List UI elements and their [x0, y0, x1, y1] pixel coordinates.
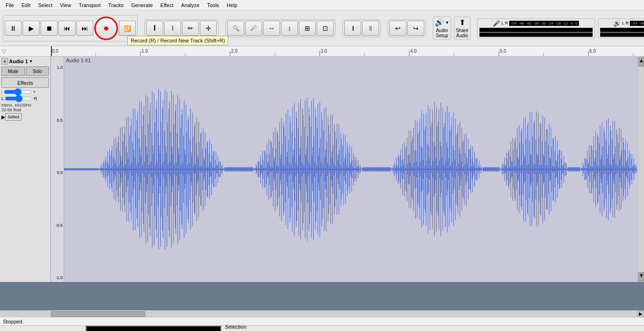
menu-file[interactable]: File [2, 1, 18, 9]
mute-button[interactable]: Mute [1, 66, 25, 76]
zoom-out-icon: 🔎 [250, 25, 257, 31]
menu-analyze[interactable]: Analyze [177, 1, 203, 9]
playback-lr-labels: L R [622, 21, 629, 25]
speaker-icon2: 🔊 [613, 20, 621, 27]
ruler-left-padding: ▽ [0, 46, 51, 56]
effects-button[interactable]: Effects [1, 77, 49, 88]
y-label-0: 0.0 [51, 170, 63, 175]
timeline-ruler: ▽ 0.0 1.0 2.0 3.0 4.0 5.0 6.0 [0, 46, 644, 57]
menu-transport[interactable]: Transport [75, 1, 105, 9]
zoom-sel-button[interactable]: ⊞ [299, 21, 316, 36]
menu-tools[interactable]: Tools [203, 1, 223, 9]
play-button[interactable] [23, 21, 40, 36]
y-label-n05: -0.5 [51, 223, 63, 228]
track-mute-solo-row: Mute Solo [1, 66, 49, 76]
audio-setup-button[interactable]: Audio Setup [435, 28, 449, 38]
zoom-toggle-button[interactable]: ⊡ [317, 21, 334, 36]
multi-tool-button[interactable]: ✛ [200, 21, 217, 36]
loop-button[interactable] [119, 21, 136, 36]
select-tool-button[interactable]: I [146, 21, 163, 36]
track-info-line2: 32-bit float [1, 108, 49, 112]
hscroll-right-button[interactable]: ▶ [637, 311, 644, 317]
menu-effect[interactable]: Effect [157, 1, 177, 9]
trim-button[interactable]: || [362, 21, 379, 36]
skip-start-button[interactable] [58, 21, 75, 36]
track-name-label: Audio 1 [9, 58, 28, 64]
gain-plus-label: + [33, 90, 35, 94]
ruler-marks-area: 0.0 1.0 2.0 3.0 4.0 5.0 6.0 [51, 46, 644, 56]
pan-slider[interactable] [5, 96, 33, 101]
gain-slider[interactable] [4, 89, 32, 95]
pan-row: L R [1, 96, 49, 101]
horizontal-scrollbar[interactable]: ▶ [0, 310, 644, 317]
zoom-sel-icon: ⊞ [305, 25, 310, 32]
stop-button[interactable] [41, 21, 58, 36]
menu-tracks[interactable]: Tracks [105, 1, 128, 9]
zoom-in-button[interactable]: 🔍 [227, 21, 244, 36]
envelope-tool-icon: ⌇ [171, 25, 174, 32]
silence-button[interactable]: ||| [344, 21, 361, 36]
menu-view[interactable]: View [56, 1, 75, 9]
tracks-area: × Audio 1 ▼ Mute Solo Effects - + L R Mo… [0, 57, 644, 282]
multi-tool-icon: ✛ [206, 25, 211, 32]
solo-button[interactable]: Solo [26, 66, 50, 76]
silence-icon: ||| [352, 25, 353, 31]
scroll-up-button[interactable]: ▲ [638, 57, 644, 66]
skip-end-button[interactable] [76, 21, 93, 36]
track-select-button[interactable]: Select [5, 113, 22, 121]
envelope-tool-button[interactable]: ⌇ [164, 21, 181, 36]
redo-button[interactable]: ↪ [407, 21, 424, 36]
loop-icon [124, 25, 131, 32]
record-button[interactable]: ● [94, 17, 118, 40]
record-icon: ● [103, 23, 109, 33]
menu-help[interactable]: Help [223, 1, 241, 9]
trim-icon: || [369, 25, 372, 31]
audio-setup-dropdown-icon: ▼ [445, 20, 449, 25]
main-time-display: 00 h 00 m 00 s [86, 326, 221, 331]
record-lr-labels: L R [502, 21, 508, 25]
zoom-group: 🔍 🔎 ↔ ↕ ⊞ ⊡ [225, 19, 336, 37]
track-info: Mono, 44100Hz 32-bit float [1, 103, 49, 112]
fit-v-icon: ↕ [288, 25, 291, 32]
menubar: File Edit Select View Transport Tracks G… [0, 0, 644, 10]
fit-horizontal-button[interactable]: ↔ [263, 21, 280, 36]
fit-vertical-button[interactable]: ↕ [281, 21, 298, 36]
playback-meter-header: 🔊 L R -54-48-42-36-30-24-18-12-60 [613, 20, 644, 27]
audio-setup-row: 🔊 ▼ [435, 18, 449, 27]
zoom-out-button[interactable]: 🔎 [245, 21, 262, 36]
track-select-row: ▶ Select [1, 113, 49, 121]
hscroll-track[interactable] [51, 311, 637, 317]
vertical-scrollbar[interactable]: ▲ ▼ [637, 57, 644, 282]
skip-start-icon [64, 25, 70, 32]
undo-button[interactable]: ↩ [389, 21, 406, 36]
zoom-in-icon: 🔍 [232, 25, 239, 32]
track-header: × Audio 1 ▼ Mute Solo Effects - + L R Mo… [0, 57, 51, 282]
menu-select[interactable]: Select [34, 1, 57, 9]
record-db-scale: -54-48-42-36-30-24-18-12-60 [509, 21, 579, 26]
fit-h-icon: ↔ [268, 25, 275, 32]
waveform-container: 1.0 0.5 0.0 -0.5 -1.0 Audio 1 #1 [51, 57, 637, 282]
draw-tool-button[interactable]: ✏ [182, 21, 199, 36]
ruler-triangle: ▽ [2, 48, 6, 55]
hscroll-thumb[interactable] [51, 311, 145, 317]
pause-button[interactable] [5, 21, 22, 36]
play-icon [29, 25, 34, 32]
transport-controls: ● [3, 15, 138, 41]
waveform-canvas [64, 57, 637, 282]
redo-icon: ↪ [413, 25, 419, 32]
track-name-row: × Audio 1 ▼ [1, 58, 49, 65]
record-button-outer: ● [94, 17, 118, 40]
scroll-down-button[interactable]: ▼ [638, 272, 644, 281]
svg-text:2.0: 2.0 [231, 49, 238, 54]
share-audio-button[interactable]: Share Audio [456, 28, 469, 38]
draw-tool-icon: ✏ [188, 25, 193, 32]
menu-edit[interactable]: Edit [18, 1, 34, 9]
y-axis: 1.0 0.5 0.0 -0.5 -1.0 [51, 57, 64, 282]
toolbar: ● I ⌇ ✏ ✛ 🔍 🔎 ↔ ↕ ⊞ ⊡ ||| || ↩ ↪ 🔊 ▼ [0, 10, 644, 46]
menu-generate[interactable]: Generate [127, 1, 157, 9]
track-name-dropdown[interactable]: ▼ [29, 59, 33, 64]
pan-L-label: L [1, 96, 4, 101]
record-meter-R [479, 33, 593, 37]
y-label-n1: -1.0 [51, 275, 63, 280]
track-close-button[interactable]: × [1, 58, 8, 65]
